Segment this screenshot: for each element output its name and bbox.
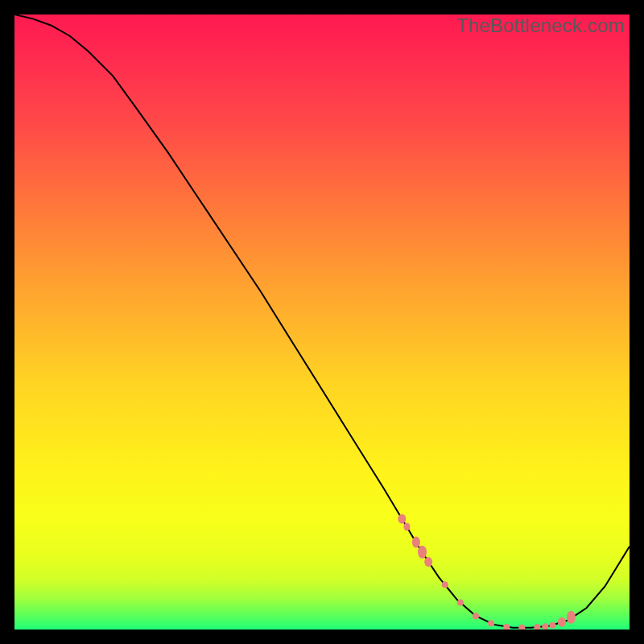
curve-marker [403,522,410,530]
chart-container: TheBottleneck.com [0,0,644,644]
curve-marker [542,623,548,630]
curve-marker [457,599,464,605]
watermark-text: TheBottleneck.com [456,14,625,37]
curve-layer [14,14,630,630]
curve-marker [550,622,556,629]
curve-marker [518,625,525,630]
curve-marker [534,624,540,630]
curve-marker [488,620,494,626]
plot-area: TheBottleneck.com [14,14,630,630]
curve-marker [503,624,510,630]
curve-marker [418,546,427,559]
curve-marker [424,557,432,567]
markers-layer [14,14,630,630]
bottleneck-curve [14,14,630,628]
curve-marker [442,581,448,588]
curve-marker [558,617,566,627]
curve-marker [473,613,479,619]
markers-group [398,514,576,630]
curve-marker [412,537,420,548]
curve-marker [398,514,406,523]
curve-marker [567,611,576,624]
